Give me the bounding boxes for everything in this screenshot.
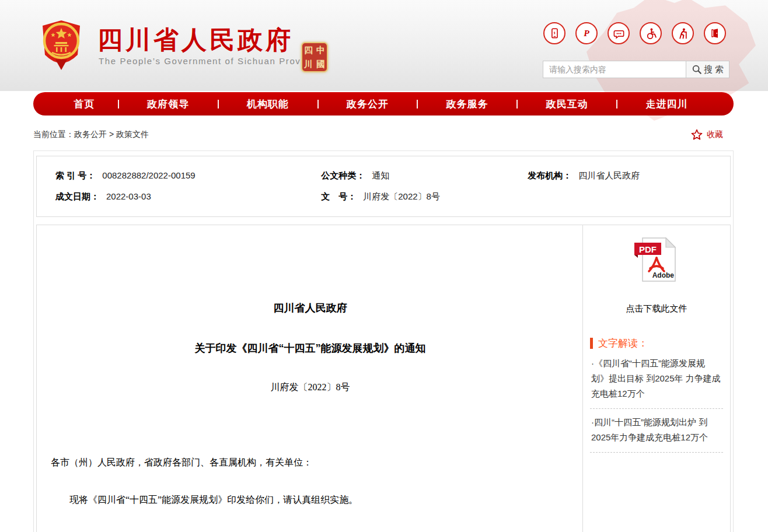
svg-text:P: P	[584, 28, 589, 38]
meta-value: 008282882/2022-00159	[102, 170, 195, 180]
meta-label: 公文种类：	[321, 170, 365, 181]
search-button[interactable]: 搜 索	[686, 61, 729, 78]
interpretation-title: 文字解读：	[598, 337, 648, 350]
interpretation-link[interactable]: ·四川“十四五”能源规划出炉 到2025年力争建成充电桩12万个	[590, 409, 723, 453]
meta-row: 索 引 号： 008282882/2022-00159 公文种类： 通知 发布机…	[55, 170, 711, 181]
document-title: 关于印发《四川省“十四五”能源发展规划》的通知	[51, 341, 570, 355]
document-sidebar: PDF Adobe 点击下载此文件 文字解读： ·《四川省“十四五”能源发展规划…	[582, 225, 730, 532]
main-nav: 首页 政府领导 机构职能 政务公开 政务服务 政民互动 走进四川	[33, 92, 734, 116]
favorite-label: 收藏	[707, 130, 723, 140]
meta-label: 文 号：	[321, 191, 356, 202]
breadcrumb: 当前位置：政务公开 > 政策文件	[33, 130, 149, 140]
breadcrumb-item-policy-docs[interactable]: 政策文件	[116, 130, 149, 139]
nav-item-leaders[interactable]: 政府领导	[119, 97, 218, 111]
site-subtitle: The People’s Government of Sichuan Provi…	[99, 56, 320, 66]
document-main-box: 四川省人民政府 关于印发《四川省“十四五”能源发展规划》的通知 川府发〔2022…	[36, 225, 731, 532]
meta-value: 川府发〔2022〕8号	[363, 191, 440, 202]
nav-item-interaction[interactable]: 政民互动	[518, 97, 616, 111]
breadcrumb-row: 当前位置：政务公开 > 政策文件 收藏	[33, 126, 734, 144]
breadcrumb-item-disclosure[interactable]: 政务公开	[74, 130, 107, 139]
meta-label: 成文日期：	[55, 191, 99, 202]
meta-label: 发布机构：	[528, 170, 571, 181]
meta-field-index-no: 索 引 号： 008282882/2022-00159	[55, 170, 321, 181]
nav-item-about-sichuan[interactable]: 走进四川	[617, 97, 716, 111]
meta-field-date: 成文日期： 2022-03-03	[55, 191, 321, 202]
document-paragraph: 各市（州）人民政府，省政府各部门、各直属机构，有关单位：	[51, 457, 570, 469]
document-org-line: 四川省人民政府	[51, 301, 570, 315]
seal-char: 中	[315, 43, 327, 57]
search-input[interactable]	[543, 61, 686, 78]
search-button-label: 搜 索	[704, 64, 724, 75]
pdf-badge-text: PDF	[639, 244, 657, 254]
breadcrumb-separator: >	[109, 130, 114, 139]
header-inner: 四川省人民政府 The People’s Government of Sichu…	[33, 0, 734, 91]
quick-icon-row: P	[543, 22, 726, 44]
seal-char: 四	[302, 43, 315, 57]
document-meta-box: 索 引 号： 008282882/2022-00159 公文种类： 通知 发布机…	[36, 156, 731, 217]
section-accent-bar	[590, 338, 593, 349]
header: 四川省人民政府 The People’s Government of Sichu…	[0, 0, 768, 91]
download-file-link[interactable]: 点击下载此文件	[590, 303, 723, 314]
nav-item-functions[interactable]: 机构职能	[219, 97, 317, 111]
accessibility-icon[interactable]	[640, 22, 662, 44]
meta-row: 成文日期： 2022-03-03 文 号： 川府发〔2022〕8号	[55, 191, 711, 202]
meta-value: 2022-03-03	[106, 191, 151, 201]
pdf-file-icon: PDF Adobe	[632, 236, 681, 284]
mobile-icon[interactable]	[543, 22, 565, 44]
pdf-download[interactable]: PDF Adobe	[590, 236, 723, 286]
national-emblem-logo	[38, 19, 85, 72]
meta-label: 索 引 号：	[55, 170, 95, 181]
senior-mode-icon[interactable]	[672, 22, 694, 44]
interpretation-link[interactable]: ·《四川省“十四五”能源发展规划》提出目标 到2025年 力争建成充电桩12万个	[590, 350, 723, 409]
china-sichuan-seal: 四 中 川 國	[301, 42, 328, 72]
nav-item-disclosure[interactable]: 政务公开	[319, 97, 417, 111]
site-title: 四川省人民政府	[97, 23, 294, 57]
search-icon	[692, 64, 702, 75]
page: 四川省人民政府 The People’s Government of Sichu…	[0, 0, 768, 532]
favorite-button[interactable]: 收藏	[690, 128, 723, 141]
nav-item-services[interactable]: 政务服务	[418, 97, 516, 111]
meta-value: 通知	[372, 170, 389, 181]
seal-char: 國	[315, 57, 327, 71]
nav-item-home[interactable]: 首页	[51, 97, 118, 111]
pinterest-icon[interactable]: P	[575, 22, 598, 44]
document-paragraph: 现将《四川省“十四五”能源发展规划》印发给你们，请认真组织实施。	[51, 494, 570, 506]
breadcrumb-prefix: 当前位置：	[33, 130, 74, 139]
meta-field-publisher: 发布机构： 四川省人民政府	[528, 170, 711, 181]
exit-door-icon[interactable]	[704, 22, 726, 44]
search-bar: 搜 索	[543, 61, 729, 78]
message-icon[interactable]	[608, 22, 630, 44]
document-body: 四川省人民政府 关于印发《四川省“十四五”能源发展规划》的通知 川府发〔2022…	[37, 225, 584, 532]
interpretation-header: 文字解读：	[590, 337, 723, 350]
adobe-brand-text: Adobe	[652, 271, 675, 279]
seal-char: 川	[302, 57, 315, 71]
meta-field-doc-type: 公文种类： 通知	[321, 170, 528, 181]
star-icon	[690, 128, 703, 141]
document-number-line: 川府发〔2022〕8号	[51, 382, 570, 394]
meta-field-doc-number: 文 号： 川府发〔2022〕8号	[321, 191, 528, 202]
meta-value: 四川省人民政府	[578, 170, 640, 181]
